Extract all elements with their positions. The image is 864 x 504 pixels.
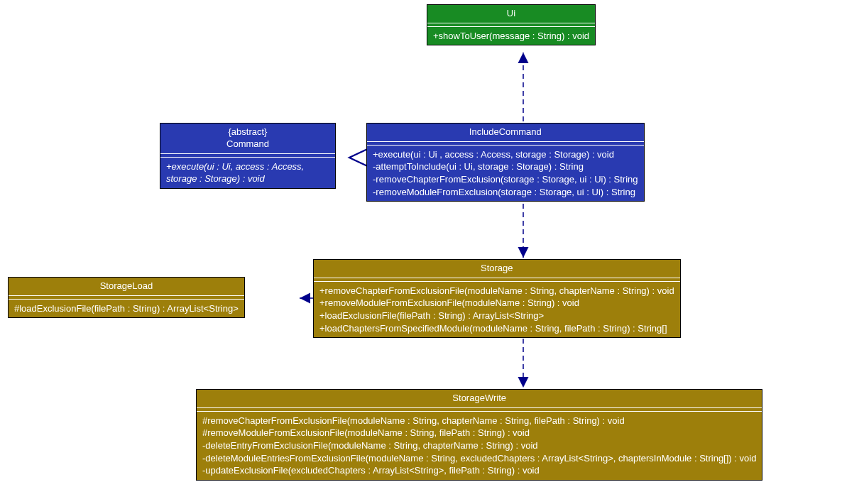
class-include-command-method: -attemptToInclude(ui : Ui, storage : Sto…: [373, 160, 638, 173]
class-include-command: IncludeCommand +execute(ui : Ui , access…: [366, 123, 645, 202]
class-include-command-method: -removeChapterFromExclusion(storage : St…: [373, 173, 638, 186]
class-storage-method: +loadExclusionFile(filePath : String) : …: [319, 309, 674, 322]
class-storage-load-method: #loadExclusionFile(filePath : String) : …: [14, 302, 239, 315]
class-storage-load-title: StorageLoad: [9, 278, 244, 296]
class-storage-load: StorageLoad #loadExclusionFile(filePath …: [8, 277, 245, 318]
class-storage-method: +loadChaptersFromSpecifiedModule(moduleN…: [319, 322, 674, 335]
class-storage-write-method: #removeChapterFromExclusionFile(moduleNa…: [202, 415, 756, 427]
class-storage-write-method: -updateExclusionFile(excludedChapters : …: [202, 464, 756, 477]
class-storage-title: Storage: [314, 260, 680, 278]
class-include-command-title: IncludeCommand: [367, 124, 644, 142]
class-storage-method: +removeChapterFromExclusionFile(moduleNa…: [319, 285, 674, 297]
class-command-method: +execute(ui : Ui, access : Access, stora…: [166, 160, 329, 185]
class-include-command-method: -removeModuleFromExclusion(storage : Sto…: [373, 186, 638, 199]
class-command-title: {abstract} Command: [160, 124, 335, 154]
class-storage-write-method: -deleteModuleEntriesFromExclusionFile(mo…: [202, 452, 756, 465]
class-command-stereotype: {abstract}: [166, 126, 329, 138]
class-include-command-method: +execute(ui : Ui , access : Access, stor…: [373, 148, 638, 161]
class-command: {abstract} Command +execute(ui : Ui, acc…: [160, 123, 336, 189]
class-storage-write-method: -deleteEntryFromExclusionFile(moduleName…: [202, 439, 756, 452]
class-ui-title: Ui: [427, 5, 595, 23]
class-ui-method: +showToUser(message : String) : void: [433, 30, 589, 43]
class-storage-write: StorageWrite #removeChapterFromExclusion…: [196, 389, 762, 481]
class-storage: Storage +removeChapterFromExclusionFile(…: [313, 259, 681, 338]
class-command-name: Command: [226, 138, 269, 149]
class-storage-write-title: StorageWrite: [197, 390, 762, 408]
class-storage-method: +removeModuleFromExclusionFile(moduleNam…: [319, 297, 674, 309]
class-ui: Ui +showToUser(message : String) : void: [427, 4, 596, 45]
class-storage-write-method: #removeModuleFromExclusionFile(moduleNam…: [202, 427, 756, 439]
